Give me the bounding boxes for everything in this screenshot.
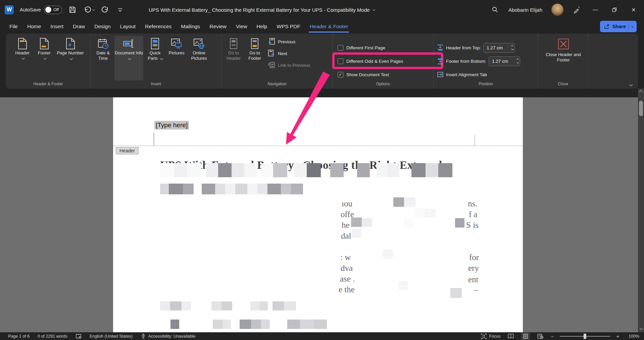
close-window-button[interactable]: ✕ — [629, 7, 639, 13]
menu-tab-help[interactable]: Help — [252, 19, 272, 34]
previous-icon — [268, 38, 275, 46]
pictures-button[interactable]: Pictures — [167, 36, 186, 81]
redaction-block — [474, 290, 479, 291]
footer-button[interactable]: Footer — [34, 36, 55, 81]
word-count[interactable]: 0 of 2291 words — [38, 334, 67, 339]
document-info-button[interactable]: Document Info — [114, 36, 143, 81]
header-icon — [17, 37, 28, 50]
body-text-fragment: : w — [340, 253, 351, 262]
accessibility-status[interactable]: Accessibility: Unavailable — [141, 334, 195, 339]
previous-button[interactable]: Previous — [268, 37, 310, 46]
footer-from-bottom-value[interactable]: 1.27 cm — [492, 59, 508, 64]
language-indicator[interactable]: English (United States) — [90, 334, 133, 339]
autosave-toggle[interactable]: Off — [44, 6, 62, 14]
word-app-icon[interactable]: W — [5, 5, 14, 14]
different-odd-even-checkbox[interactable] — [338, 58, 343, 64]
customize-quick-access-icon[interactable] — [116, 5, 125, 14]
accessibility-label: Accessibility: Unavailable — [148, 334, 195, 339]
pictures-icon — [170, 37, 183, 50]
editing-pen-icon[interactable] — [573, 5, 581, 14]
online-pictures-button[interactable]: Online Pictures — [187, 36, 211, 81]
ribbon-band: Header Footer # Page Number He — [0, 34, 644, 89]
header-button[interactable]: Header — [12, 36, 33, 81]
redaction-block — [267, 184, 281, 194]
header-from-top-value[interactable]: 1.27 cm — [487, 45, 503, 50]
next-button[interactable]: Next — [268, 49, 310, 58]
type-here-placeholder[interactable]: [Type here] — [154, 121, 189, 130]
menu-tab-view[interactable]: View — [231, 19, 252, 34]
redaction-block — [273, 163, 287, 177]
document-page[interactable]: [Type here] Header UPS With External Bat… — [113, 97, 523, 332]
show-document-text-option[interactable]: Show Document Text — [338, 69, 433, 80]
redo-icon[interactable] — [101, 5, 110, 14]
menu-tab-design[interactable]: Design — [90, 19, 115, 34]
ribbon-tab-bar: FileHomeInsertDrawDesignLayoutReferences… — [0, 19, 644, 34]
redaction-block — [291, 184, 303, 194]
menu-tab-references[interactable]: References — [140, 19, 176, 34]
document-title[interactable]: UPS With External Battery_ Choosing the … — [149, 7, 370, 13]
zoom-in-button[interactable]: + — [616, 333, 619, 339]
user-name[interactable]: Abobarin Elijah — [508, 7, 542, 13]
menu-tab-mailings[interactable]: Mailings — [176, 19, 205, 34]
focus-mode-button[interactable]: Focus — [481, 334, 500, 339]
title-bar: W AutoSave Off UPS Wi — [0, 0, 644, 19]
share-button[interactable]: Share — [600, 21, 637, 32]
footer-from-bottom-spinner[interactable] — [517, 59, 518, 63]
insert-alignment-tab-button[interactable]: Insert Alignment Tab — [437, 69, 538, 80]
menu-tab-wps-pdf[interactable]: WPS PDF — [272, 19, 305, 34]
user-avatar[interactable] — [551, 4, 563, 16]
web-layout-button[interactable] — [536, 333, 545, 340]
header-region-tag: Header — [116, 147, 139, 154]
quick-parts-button[interactable]: Quick Parts — [144, 36, 166, 81]
date-time-button[interactable]: Date & Time — [93, 36, 113, 81]
menu-tab-review[interactable]: Review — [205, 19, 231, 34]
go-to-header-button[interactable]: Go to Header — [224, 36, 244, 81]
page-number-button[interactable]: # Page Number — [56, 36, 85, 81]
page-indicator[interactable]: Page 1 of 6 — [8, 334, 30, 339]
zoom-out-button[interactable]: − — [551, 333, 554, 339]
redaction-block — [415, 208, 425, 217]
read-mode-button[interactable] — [506, 333, 515, 340]
proofing-errors-icon[interactable] — [76, 334, 82, 339]
link-to-previous-button[interactable]: Link to Previous — [268, 61, 310, 69]
minimize-button[interactable]: — — [590, 7, 600, 13]
online-pictures-label: Online Pictures — [187, 50, 211, 61]
redaction-block — [160, 184, 169, 194]
menu-tab-insert[interactable]: Insert — [46, 19, 68, 34]
scroll-down-arrow[interactable] — [639, 327, 643, 330]
menu-tab-layout[interactable]: Layout — [115, 19, 141, 34]
header-from-top-field[interactable]: 1.27 cm — [483, 43, 515, 53]
zoom-percentage[interactable]: 100% — [625, 334, 639, 339]
save-icon[interactable] — [68, 5, 77, 14]
body-text-fragment: ery — [468, 263, 479, 273]
scrollbar-thumb[interactable] — [639, 101, 643, 116]
scroll-up-arrow[interactable] — [639, 90, 643, 94]
restore-button[interactable] — [609, 5, 620, 14]
vertical-scrollbar[interactable] — [638, 89, 644, 332]
undo-dropdown-chevron[interactable] — [93, 8, 95, 11]
search-icon[interactable] — [491, 5, 499, 14]
redaction-block — [160, 163, 174, 177]
next-icon — [268, 49, 275, 57]
different-first-page-checkbox[interactable] — [338, 45, 343, 51]
autosave-control[interactable]: AutoSave Off — [20, 6, 62, 14]
different-odd-even-option[interactable]: Different Odd & Even Pages — [338, 56, 433, 66]
menu-tab-file[interactable]: File — [5, 19, 22, 34]
different-first-page-option[interactable]: Different First Page — [338, 43, 433, 53]
ribbon-group-header-footer: Header Footer # Page Number He — [6, 34, 91, 89]
go-to-footer-button[interactable]: Go to Footer — [245, 36, 265, 81]
menu-tab-draw[interactable]: Draw — [68, 19, 90, 34]
undo-icon[interactable] — [83, 5, 95, 14]
show-document-text-checkbox[interactable] — [338, 72, 343, 78]
title-dropdown-chevron[interactable] — [373, 8, 375, 11]
close-header-footer-button[interactable]: Close Header and Footer — [545, 36, 582, 81]
share-dropdown-chevron[interactable] — [632, 25, 634, 28]
footer-from-bottom-field[interactable]: 1.27 cm — [489, 56, 520, 66]
zoom-slider[interactable] — [560, 336, 610, 337]
menu-tab-home[interactable]: Home — [22, 19, 46, 34]
zoom-slider-thumb[interactable] — [584, 334, 586, 339]
header-from-top-spinner[interactable] — [511, 46, 513, 50]
print-layout-button[interactable] — [521, 333, 530, 340]
redaction-block — [260, 301, 268, 310]
menu-tab-header-footer[interactable]: Header & Footer — [305, 19, 353, 34]
